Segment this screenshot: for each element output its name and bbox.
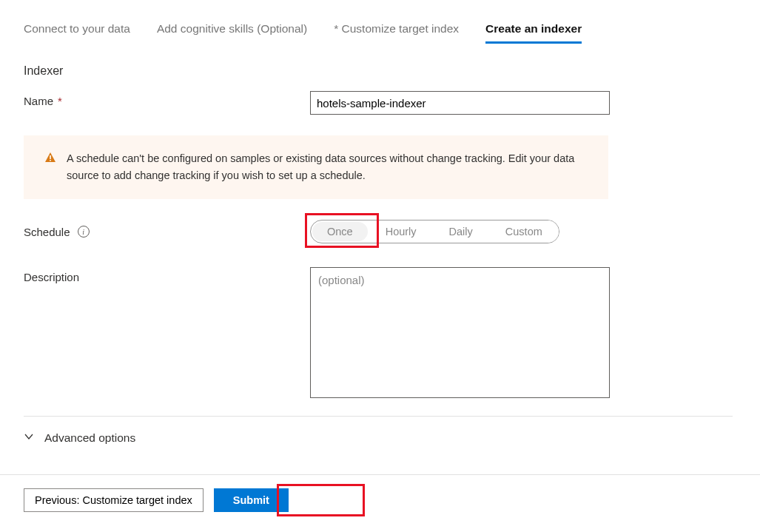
tab-cognitive-skills[interactable]: Add cognitive skills (Optional) <box>157 22 307 44</box>
name-label: Name * <box>24 91 310 107</box>
schedule-option-daily[interactable]: Daily <box>433 220 489 243</box>
advanced-options-label: Advanced options <box>44 431 135 445</box>
name-label-text: Name <box>24 95 53 107</box>
advanced-options-toggle[interactable]: Advanced options <box>24 428 736 448</box>
divider <box>24 416 733 417</box>
previous-button[interactable]: Previous: Customize target index <box>24 488 204 512</box>
footer-divider <box>0 474 760 475</box>
tab-create-indexer[interactable]: Create an indexer <box>485 22 582 44</box>
footer: Previous: Customize target index Submit <box>24 488 736 525</box>
schedule-option-once[interactable]: Once <box>312 222 368 241</box>
tab-customize-index[interactable]: * Customize target index <box>334 22 459 44</box>
schedule-option-hourly[interactable]: Hourly <box>369 220 433 243</box>
schedule-label-text: Schedule <box>24 226 70 238</box>
info-icon[interactable]: i <box>78 226 90 238</box>
chevron-down-icon <box>24 431 34 445</box>
description-row: Description <box>24 267 736 398</box>
submit-button[interactable]: Submit <box>214 488 289 512</box>
svg-rect-1 <box>50 160 51 161</box>
tab-connect-data[interactable]: Connect to your data <box>24 22 130 44</box>
highlight-submit <box>277 484 365 516</box>
warning-banner: A schedule can't be configured on sample… <box>24 135 608 199</box>
warning-text: A schedule can't be configured on sample… <box>67 150 588 184</box>
schedule-row: Schedule i Once Hourly Daily Custom <box>24 220 736 243</box>
required-asterisk: * <box>58 95 62 107</box>
schedule-pill-group: Once Hourly Daily Custom <box>310 220 559 243</box>
name-row: Name * <box>24 91 736 115</box>
warning-icon <box>44 152 56 166</box>
description-textarea[interactable] <box>310 267 610 398</box>
section-heading-indexer: Indexer <box>24 64 736 78</box>
schedule-option-custom[interactable]: Custom <box>489 220 559 243</box>
name-input[interactable] <box>310 91 610 115</box>
wizard-tabs: Connect to your data Add cognitive skill… <box>24 22 736 44</box>
schedule-label: Schedule i <box>24 226 310 238</box>
schedule-options: Once Hourly Daily Custom <box>310 220 559 243</box>
description-label: Description <box>24 267 310 283</box>
svg-rect-0 <box>50 155 51 159</box>
